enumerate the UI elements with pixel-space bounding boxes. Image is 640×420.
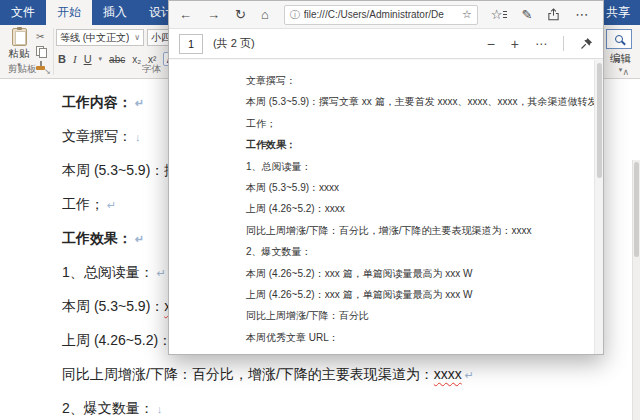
pdf-vertical-scrollbar[interactable] <box>594 60 603 354</box>
edge-navigation-bar: ← → ↻ ⌂ ⓘ file:///C:/Users/Administrator… <box>169 1 603 29</box>
font-name-value: 等线 (中文正文) <box>60 31 129 45</box>
refresh-icon[interactable]: ↻ <box>235 8 246 21</box>
italic-button[interactable]: I <box>73 53 77 65</box>
paragraph-mark: ↵ <box>135 97 144 109</box>
chevron-down-icon: ∨ <box>134 33 140 42</box>
pdf-line: 同比上周增涨/下降：百分比 <box>169 305 603 326</box>
tab-home[interactable]: 开始 <box>46 0 92 25</box>
paragraph-mark: ↵ <box>107 199 116 211</box>
clipboard-dialog-launcher[interactable]: ↘ <box>44 67 51 76</box>
pdf-line: 1、总阅读量： <box>169 156 603 177</box>
paragraph-mark: ↓ <box>157 403 163 415</box>
clipboard-group-label: 剪贴板 <box>8 63 37 76</box>
search-icon <box>615 35 623 43</box>
pdf-line: 2、爆文数量： <box>169 241 603 262</box>
paragraph-mark: ↵ <box>157 267 166 279</box>
hub-list-icon <box>503 11 507 18</box>
share-icon <box>547 8 560 21</box>
pdf-line: 本周优秀文章 URL： <box>169 327 603 348</box>
pdf-line: 1 <box>169 348 603 354</box>
strikethrough-button[interactable]: abc <box>109 54 125 65</box>
paragraph-mark: ↵ <box>135 233 144 245</box>
forward-icon[interactable]: → <box>207 8 220 21</box>
home-icon[interactable]: ⌂ <box>261 8 269 21</box>
address-bar[interactable]: ⓘ file:///C:/Users/Administrator/De ☆ <box>284 5 478 25</box>
address-url: file:///C:/Users/Administrator/De <box>304 9 458 20</box>
hub-star-icon: ☆ <box>491 8 503 21</box>
pdf-page-content: 文章撰写： 本周 (5.3~5.9)：撰写文章 xx 篇，主要首发 xxxx、x… <box>169 60 603 354</box>
underline-button[interactable]: U <box>84 53 92 65</box>
pin-icon <box>580 37 593 50</box>
font-name-combobox[interactable]: 等线 (中文正文) ∨ <box>56 29 144 46</box>
cut-button[interactable]: ✂ <box>36 30 44 42</box>
paragraph-mark: ↓ <box>135 131 141 143</box>
share-label: 共享 <box>606 4 630 21</box>
pdf-line: 文章撰写： <box>169 70 603 91</box>
subscript-button[interactable]: x₂ <box>132 54 141 65</box>
collapse-ribbon-button[interactable]: ∧ <box>622 67 629 77</box>
paste-label: 粘贴 <box>4 47 34 61</box>
favorites-hub-button[interactable]: ☆ <box>491 8 508 21</box>
favorite-star-icon[interactable]: ☆ <box>462 8 472 21</box>
scrollbar-thumb[interactable] <box>597 63 602 178</box>
paragraph-mark: ↵ <box>465 369 474 381</box>
scrollbar-thumb[interactable] <box>634 162 639 257</box>
pdf-zoom-controls: − + ⋯ <box>487 36 593 51</box>
site-info-icon[interactable]: ⓘ <box>290 8 300 22</box>
clipboard-paste-icon <box>12 28 27 46</box>
screen: 文件 开始 插入 设计 布局 共享 粘贴 ▾ ✂ 剪贴板 ↘ <box>0 0 640 420</box>
doc-line: 同比上周增涨/下降：百分比，增涨/下降的主要表现渠道为：xxxx↵ <box>62 366 557 400</box>
share-button[interactable] <box>547 8 560 21</box>
scissors-icon: ✂ <box>36 31 44 42</box>
doc-line: 2、爆文数量：↓ <box>62 400 557 420</box>
more-options-icon[interactable]: ⋯ <box>575 8 588 21</box>
tab-file[interactable]: 文件 <box>0 0 46 25</box>
pdf-more-options-icon[interactable]: ⋯ <box>535 38 547 50</box>
zoom-out-icon[interactable]: − <box>487 37 495 51</box>
pin-toolbar-button[interactable] <box>580 37 593 50</box>
zoom-in-icon[interactable]: + <box>511 37 519 51</box>
edge-pdf-window: ← → ↻ ⌂ ⓘ file:///C:/Users/Administrator… <box>168 0 604 355</box>
back-icon[interactable]: ← <box>179 8 192 21</box>
pdf-line: 上周 (4.26~5.2)：xxx 篇，单篇阅读量最高为 xxx W <box>169 284 603 305</box>
pdf-line: 上周 (4.26~5.2)：xxxx <box>169 198 603 219</box>
font-group-label: 字体 <box>142 63 161 76</box>
pdf-line: 同比上周增涨/下降：百分比，增涨/下降的主要表现渠道为：xxxx <box>169 220 603 241</box>
pdf-line: 工作； <box>169 113 603 134</box>
pdf-toolbar: 1 (共 2 页) − + ⋯ <box>169 29 603 59</box>
tab-insert[interactable]: 插入 <box>92 0 138 25</box>
clipboard-tools: ✂ <box>36 30 46 72</box>
toolbar-divider <box>563 36 564 51</box>
page-count-label: (共 2 页) <box>213 36 255 51</box>
page-number-input[interactable]: 1 <box>179 34 203 54</box>
copy-button[interactable] <box>36 45 45 57</box>
pdf-text: 文章撰写： 本周 (5.3~5.9)：撰写文章 xx 篇，主要首发 xxxx、x… <box>169 60 603 354</box>
pdf-line: 本周 (5.3~5.9)：撰写文章 xx 篇，主要首发 xxxx、xxxx、xx… <box>169 91 603 112</box>
editing-label: 编辑 <box>610 52 631 64</box>
pdf-line: 本周 (4.26~5.2)：xxx 篇，单篇阅读量最高为 xxx W <box>169 263 603 284</box>
annotate-pen-icon[interactable]: ✎ <box>521 8 532 21</box>
copy-icon <box>36 46 45 57</box>
pdf-line: 工作效果： <box>169 134 603 155</box>
word-vertical-scrollbar[interactable] <box>632 160 640 420</box>
underline-dropdown-icon[interactable]: ▾ <box>99 55 103 63</box>
group-divider <box>53 28 54 75</box>
pdf-line: 本周 (5.3~5.9)：xxxx <box>169 177 603 198</box>
bold-button[interactable]: B <box>58 53 66 65</box>
find-button[interactable] <box>606 29 632 49</box>
